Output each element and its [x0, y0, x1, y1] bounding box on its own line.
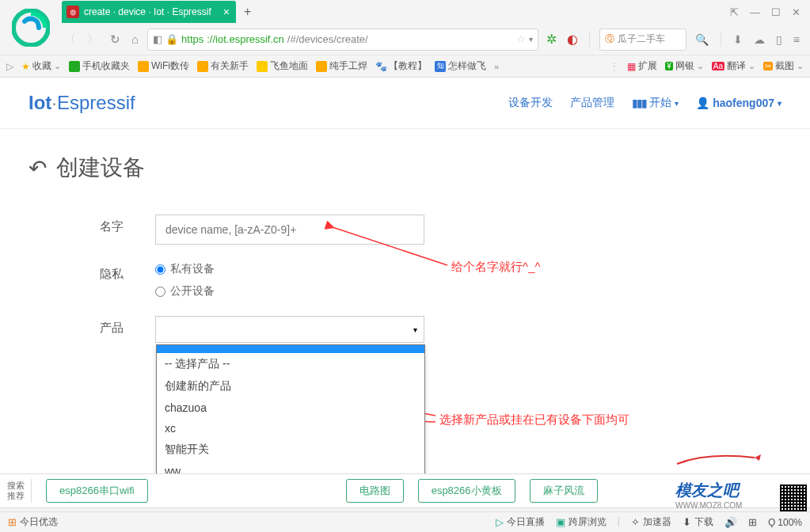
sr-pill[interactable]: esp8266串口wifi: [46, 479, 148, 503]
bookmark-item[interactable]: 有关新手: [197, 59, 249, 73]
screenshot-icon: ✂: [763, 62, 773, 70]
menu-icon[interactable]: ≡: [791, 33, 802, 46]
nav-reload-icon[interactable]: ↻: [108, 32, 123, 47]
device-name-input[interactable]: [155, 215, 424, 245]
sr-pill[interactable]: 麻子风流: [530, 479, 598, 503]
gift-icon: ⊞: [8, 516, 17, 528]
bookmark-icon: [197, 61, 208, 72]
nav-home-icon[interactable]: ⌂: [129, 32, 141, 46]
play-icon: ▷: [496, 516, 504, 528]
window-maximize-icon[interactable]: ☐: [771, 6, 781, 18]
status-apps[interactable]: ⊞: [748, 515, 757, 529]
bookmark-item[interactable]: 知怎样做飞: [435, 59, 486, 73]
bookmark-item[interactable]: 🐾【教程】: [375, 59, 427, 73]
bookmark-favorites[interactable]: ★收藏 ⌄: [21, 59, 61, 73]
brand-logo[interactable]: Iot·Espressif: [29, 92, 135, 114]
url-protocol: https: [181, 33, 203, 45]
sr-pill[interactable]: esp8266小黄板: [418, 479, 515, 503]
radio-public-input[interactable]: [155, 287, 165, 297]
status-accelerator[interactable]: ✧加速器: [631, 515, 671, 529]
dropdown-option[interactable]: xc: [157, 418, 424, 439]
nav-back-icon[interactable]: 〈: [62, 32, 78, 47]
status-zoom[interactable]: Ǫ 100%: [768, 515, 802, 529]
bm-label: 飞鱼地面: [270, 59, 308, 73]
ext-label: 扩展: [638, 59, 657, 73]
download-icon: ⬇: [683, 516, 691, 528]
trans-label: 翻译: [727, 59, 746, 73]
translate-button[interactable]: Aa翻译 ⌄: [712, 59, 755, 73]
tab-close-icon[interactable]: ×: [223, 6, 230, 18]
bookmark-item[interactable]: 手机收藏夹: [69, 59, 130, 73]
bookmark-icon: 知: [435, 61, 446, 72]
address-dropdown-icon[interactable]: ▾: [529, 35, 533, 44]
volume-icon: 🔊: [724, 516, 737, 528]
nav-start[interactable]: ▮▮▮ 开始 ▾: [632, 96, 679, 110]
bookmark-item[interactable]: WiFi数传: [138, 59, 189, 73]
status-live[interactable]: ▷今日直播: [496, 515, 545, 529]
bookmarks-more-icon[interactable]: »: [494, 62, 499, 71]
sr-label: 搜索推荐: [0, 479, 32, 503]
bank-button[interactable]: ¥网银 ⌄: [665, 59, 704, 73]
search-box[interactable]: Ⓠ 瓜子二手车: [599, 28, 686, 51]
dropdown-option-blank[interactable]: [157, 345, 424, 353]
browser-logo: [6, 3, 55, 52]
mobile-icon: [69, 61, 80, 72]
status-cross-screen[interactable]: ▣跨屏浏览: [556, 515, 607, 529]
bank-icon: ¥: [665, 62, 673, 70]
cloud-icon[interactable]: ☁: [751, 33, 767, 46]
status-volume[interactable]: 🔊: [724, 515, 737, 529]
bookmark-item[interactable]: 纯手工焊: [316, 59, 367, 73]
brand-iot: Iot: [29, 92, 51, 113]
screenshot-button[interactable]: ✂截图 ⌄: [763, 59, 804, 73]
chevron-down-icon: ⌄: [54, 61, 61, 71]
bm-label: WiFi数传: [151, 59, 189, 73]
nav-user[interactable]: 👤 haofeng007 ▾: [696, 96, 781, 110]
ext-icon-2[interactable]: ◐: [565, 32, 580, 47]
user-icon: 👤: [696, 97, 709, 109]
label-privacy: 隐私: [100, 262, 155, 282]
extensions-button[interactable]: ▦扩展: [627, 59, 657, 73]
product-select[interactable]: ▾ -- 选择产品 -- 创建新的产品 chazuoa xc 智能开关 ww: [155, 316, 424, 343]
window-pin-icon[interactable]: ⇱: [730, 6, 739, 18]
status-today[interactable]: ⊞今日优选: [8, 515, 58, 529]
sr-pill[interactable]: 电路图: [346, 479, 404, 503]
radio-private[interactable]: 私有设备: [155, 262, 215, 276]
phone-icon[interactable]: ▯: [774, 33, 785, 46]
bm-label: 怎样做飞: [448, 59, 486, 73]
label-name: 名字: [100, 215, 155, 234]
status-today-label: 今日优选: [20, 515, 58, 529]
page-title-text: 创建设备: [56, 153, 145, 183]
ext-icon-1[interactable]: ✲: [545, 32, 559, 47]
dropdown-option-create[interactable]: 创建新的产品: [157, 375, 424, 397]
search-icon[interactable]: 🔍: [693, 33, 711, 46]
wifi-icon: [138, 61, 149, 72]
address-bar[interactable]: ◧ 🔒 https://iot.espressif.cn/#/devices/c…: [147, 28, 538, 51]
nav-device-dev[interactable]: 设备开发: [508, 96, 553, 110]
label-product: 产品: [100, 316, 155, 336]
status-download[interactable]: ⬇下载: [683, 515, 713, 529]
chevron-down-icon: ⌄: [748, 61, 755, 71]
window-minimize-icon[interactable]: —: [750, 6, 760, 18]
browser-tab-active[interactable]: ⊚ create · device · Iot · Espressif ×: [62, 1, 236, 23]
bookmarks-sep: ⋮: [610, 61, 619, 72]
bm-label: 【教程】: [389, 59, 427, 73]
dropdown-option[interactable]: chazuoa: [157, 397, 424, 418]
nav-forward-icon[interactable]: 〉: [85, 32, 101, 47]
status-live-label: 今日直播: [507, 515, 545, 529]
window-close-icon[interactable]: ✕: [792, 6, 800, 18]
radio-private-input[interactable]: [155, 264, 165, 275]
dropdown-option[interactable]: ww: [157, 461, 424, 473]
status-cross-label: 跨屏浏览: [569, 515, 607, 529]
bookmark-item[interactable]: 飞鱼地面: [257, 59, 308, 73]
dropdown-option-select[interactable]: -- 选择产品 --: [157, 353, 424, 375]
status-accel-label: 加速器: [643, 515, 671, 529]
download-icon[interactable]: ⬇: [731, 33, 745, 46]
dropdown-option[interactable]: 智能开关: [157, 439, 424, 461]
bm-label: 手机收藏夹: [82, 59, 130, 73]
new-tab-button[interactable]: +: [244, 5, 251, 19]
bookmarks-toggle-icon[interactable]: ▷: [6, 61, 13, 72]
nav-product-mgmt[interactable]: 产品管理: [570, 96, 614, 110]
radio-public[interactable]: 公开设备: [155, 284, 215, 298]
bookmark-star-icon[interactable]: ☆: [516, 33, 526, 45]
back-arrow-icon[interactable]: ↶: [29, 155, 47, 181]
